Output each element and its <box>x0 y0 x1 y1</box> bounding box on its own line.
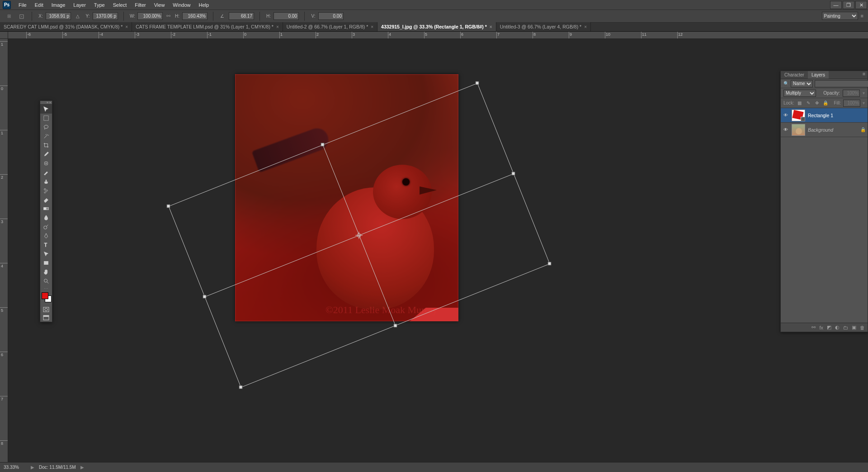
layer-mask-icon[interactable]: ◩ <box>827 324 831 330</box>
screen-mode-icon[interactable] <box>40 314 52 322</box>
reference-point-icon[interactable]: ⊡ <box>17 12 26 21</box>
status-arrow-icon[interactable]: ▶ <box>80 465 84 470</box>
doc-tab-3[interactable]: 4332915_l.jpg @ 33.3% (Rectangle 1, RGB/… <box>377 22 496 31</box>
visibility-icon[interactable]: 👁 <box>783 113 789 118</box>
menu-edit[interactable]: Edit <box>31 0 47 10</box>
status-arrow-icon[interactable]: ▶ <box>31 465 34 470</box>
layer-name[interactable]: Background <box>808 127 833 133</box>
crop-tool[interactable] <box>40 141 52 150</box>
vskew-input[interactable] <box>318 12 344 20</box>
menu-image[interactable]: Image <box>47 0 70 10</box>
menu-file[interactable]: File <box>14 0 31 10</box>
hskew-input[interactable] <box>274 12 299 20</box>
clone-stamp-tool[interactable] <box>40 177 52 186</box>
ruler-horizontal[interactable]: -6-5-4-3-2-10123456789101112 <box>8 32 868 39</box>
eyedropper-tool[interactable] <box>40 150 52 159</box>
lock-position-icon[interactable]: ✥ <box>814 100 820 106</box>
chevron-down-icon[interactable]: ▾ <box>863 91 865 95</box>
layer-filter-select[interactable]: Name <box>791 80 813 87</box>
gradient-tool[interactable] <box>40 204 52 213</box>
link-wh-icon[interactable]: ⚯ <box>166 13 170 19</box>
blend-mode-select[interactable]: Multiply <box>783 90 816 97</box>
doc-tab-0[interactable]: SCAREDY CAT LMM.psd @ 31% (DAMASK, CMYK/… <box>0 22 132 31</box>
window-minimize-button[interactable]: — <box>830 1 842 9</box>
fill-input[interactable] <box>843 100 860 107</box>
menu-type[interactable]: Type <box>90 0 109 10</box>
collapse-icon[interactable]: » <box>47 101 48 104</box>
chevron-down-icon[interactable]: ▾ <box>863 100 865 105</box>
layer-filter-input[interactable] <box>815 80 868 87</box>
transform-preset-icon[interactable]: ⊞ <box>5 12 14 21</box>
magic-wand-tool[interactable] <box>40 132 52 141</box>
document-canvas[interactable]: ©2011 Leslie Moak Murray <box>235 74 458 321</box>
link-layers-icon[interactable]: ⚯ <box>811 324 816 330</box>
more-tools-icon[interactable]: ⋯ <box>40 286 52 291</box>
rectangle-tool[interactable] <box>40 258 52 267</box>
pen-tool[interactable] <box>40 231 52 240</box>
eraser-tool[interactable] <box>40 195 52 204</box>
move-tool[interactable] <box>40 105 52 114</box>
lasso-tool[interactable] <box>40 123 52 132</box>
close-icon[interactable]: × <box>125 24 128 29</box>
tools-header[interactable]: »× <box>40 101 52 105</box>
zoom-tool[interactable] <box>40 277 52 286</box>
visibility-icon[interactable]: 👁 <box>783 127 789 132</box>
h-input[interactable] <box>182 12 208 20</box>
menu-select[interactable]: Select <box>109 0 131 10</box>
workspace-select[interactable]: Painting <box>822 12 858 20</box>
angle-input[interactable] <box>229 12 254 20</box>
delete-layer-icon[interactable]: 🗑 <box>860 325 865 330</box>
hand-tool[interactable] <box>40 267 52 277</box>
layer-name[interactable]: Rectangle 1 <box>808 113 833 118</box>
doc-size[interactable]: Doc: 11.5M/11.5M <box>39 465 76 470</box>
type-tool[interactable]: T <box>40 240 52 249</box>
lock-all-icon[interactable]: 🔒 <box>822 100 829 106</box>
lock-transparent-icon[interactable]: ▦ <box>797 100 803 106</box>
dodge-tool[interactable] <box>40 222 52 231</box>
character-tab[interactable]: Character <box>781 71 808 79</box>
panel-menu-icon[interactable]: ≡ <box>860 71 868 79</box>
adjustment-layer-icon[interactable]: ◐ <box>835 324 840 330</box>
w-input[interactable] <box>137 12 163 20</box>
layer-group-icon[interactable]: 🗀 <box>843 325 848 330</box>
path-selection-tool[interactable] <box>40 249 52 258</box>
zoom-value[interactable]: 33.33% <box>4 465 26 470</box>
y-input[interactable] <box>93 12 118 20</box>
doc-tab-1[interactable]: CATS FRAME TEMPLATE LMM.psd @ 31% (Layer… <box>132 22 283 31</box>
healing-brush-tool[interactable] <box>40 159 52 168</box>
close-icon[interactable]: × <box>371 24 373 29</box>
history-brush-tool[interactable] <box>40 186 52 195</box>
ruler-corner[interactable] <box>0 32 8 39</box>
doc-tab-4[interactable]: Untitled-3 @ 66.7% (Layer 4, RGB/8) *× <box>496 22 591 31</box>
close-icon[interactable]: × <box>49 101 51 104</box>
layers-tab[interactable]: Layers <box>808 71 829 79</box>
menu-filter[interactable]: Filter <box>131 0 150 10</box>
workspace-menu-icon[interactable]: ≡ <box>861 13 863 19</box>
window-maximize-button[interactable]: ❐ <box>843 1 854 9</box>
menu-window[interactable]: Window <box>169 0 194 10</box>
close-icon[interactable]: × <box>276 24 279 29</box>
menu-view[interactable]: View <box>150 0 169 10</box>
new-layer-icon[interactable]: ▣ <box>852 324 856 330</box>
quick-mask-icon[interactable] <box>40 305 52 314</box>
close-icon[interactable]: × <box>490 24 492 29</box>
canvas-area[interactable]: ©2011 Leslie Moak Murray <box>8 39 868 462</box>
marquee-tool[interactable] <box>40 114 52 123</box>
layers-panel[interactable]: Character Layers ≡ 🔍 Name Multiply Opaci… <box>780 71 868 332</box>
layer-thumb[interactable] <box>792 110 805 121</box>
x-input[interactable] <box>46 12 71 20</box>
tools-panel[interactable]: »× T ⋯ <box>40 100 52 322</box>
blur-tool[interactable] <box>40 213 52 222</box>
lock-pixels-icon[interactable]: ✎ <box>805 100 811 106</box>
layer-background[interactable]: 👁 Background 🔒 <box>781 123 868 137</box>
triangle-icon[interactable]: △ <box>75 14 81 19</box>
menu-layer[interactable]: Layer <box>69 0 90 10</box>
close-icon[interactable]: × <box>584 24 587 29</box>
menu-help[interactable]: Help <box>194 0 213 10</box>
ruler-vertical[interactable]: 1012345678 <box>0 39 8 462</box>
layer-rectangle-1[interactable]: 👁 Rectangle 1 <box>781 108 868 123</box>
brush-tool[interactable] <box>40 168 52 177</box>
foreground-color-swatch[interactable] <box>42 292 48 299</box>
layer-thumb[interactable] <box>792 124 805 136</box>
color-swatches[interactable] <box>40 291 52 305</box>
